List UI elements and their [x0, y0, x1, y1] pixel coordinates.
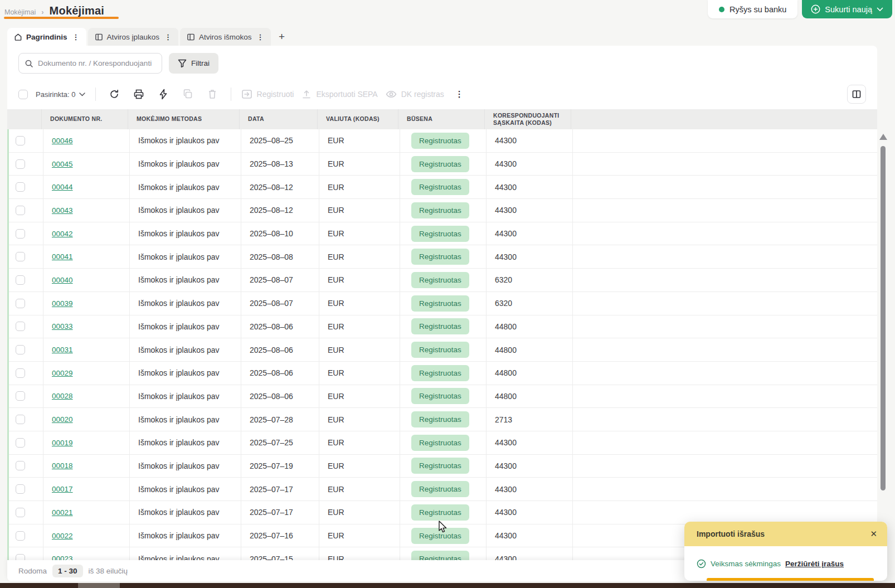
- add-tab-button[interactable]: +: [273, 28, 291, 46]
- search-input[interactable]: [38, 59, 156, 67]
- check-circle-icon: [697, 559, 706, 568]
- row-checkbox[interactable]: [16, 508, 25, 517]
- currency-cell: EUR: [319, 176, 400, 198]
- currency-cell: EUR: [319, 245, 400, 268]
- document-link[interactable]: 00019: [52, 439, 73, 447]
- row-checkbox[interactable]: [16, 554, 25, 560]
- table-row: 00033Išmokos ir įplaukos pav2025–08–06EU…: [9, 315, 877, 339]
- tab-menu-kebab-icon[interactable]: ⋮: [163, 33, 173, 41]
- payment-method-cell: Išmokos ir įplaukos pav: [130, 199, 241, 222]
- document-link[interactable]: 00021: [52, 508, 73, 517]
- document-link[interactable]: 00040: [52, 276, 73, 284]
- status-badge: Registruotas: [411, 435, 469, 451]
- document-link[interactable]: 00018: [52, 461, 73, 470]
- row-checkbox[interactable]: [16, 182, 25, 192]
- toast-title: Importuoti išrašus: [697, 529, 765, 538]
- row-checkbox-cell: [9, 501, 43, 524]
- document-link[interactable]: 00031: [52, 346, 73, 354]
- row-checkbox[interactable]: [16, 531, 25, 541]
- dk-register-button[interactable]: DK registras: [386, 90, 444, 99]
- create-new-button[interactable]: Sukurti naują: [802, 0, 892, 18]
- trash-icon: [207, 89, 217, 100]
- row-checkbox[interactable]: [16, 368, 25, 378]
- vertical-scrollbar[interactable]: [881, 146, 886, 490]
- document-link[interactable]: 00044: [52, 183, 73, 191]
- column-settings-button[interactable]: [847, 85, 866, 104]
- document-nr-cell: 00043: [43, 199, 130, 222]
- document-link[interactable]: 00041: [52, 252, 73, 261]
- document-link[interactable]: 00045: [52, 160, 73, 168]
- bank-connection-button[interactable]: Ryšys su banku: [708, 0, 797, 18]
- document-link[interactable]: 00023: [52, 555, 73, 560]
- row-checkbox[interactable]: [16, 299, 25, 308]
- status-cell: Registruotas: [400, 245, 487, 268]
- row-checkbox[interactable]: [16, 229, 25, 239]
- copy-button[interactable]: [179, 86, 196, 103]
- document-link[interactable]: 00017: [52, 485, 73, 493]
- row-checkbox[interactable]: [16, 159, 25, 169]
- status-cell: Registruotas: [400, 478, 487, 500]
- column-header-corresponding-account[interactable]: KORESPONDUOJANTI SĄSKAITA (KODAS): [485, 109, 571, 129]
- filters-button[interactable]: Filtrai: [169, 53, 218, 74]
- corresponding-account-cell: 44300: [487, 455, 573, 478]
- row-checkbox[interactable]: [16, 461, 25, 470]
- export-sepa-button[interactable]: Eksportuoti SEPA: [301, 89, 377, 99]
- delete-button[interactable]: [204, 86, 221, 103]
- table-row: 00031Išmokos ir įplaukos pav2025–08–06EU…: [9, 338, 877, 362]
- row-checkbox[interactable]: [16, 415, 25, 424]
- row-range-pill[interactable]: 1 - 30: [52, 565, 83, 577]
- row-checkbox[interactable]: [16, 252, 25, 261]
- selected-count-dropdown[interactable]: Pasirinkta: 0: [36, 90, 85, 99]
- toast-header: Importuoti išrašus ✕: [684, 522, 887, 546]
- title-underline: [4, 17, 119, 19]
- column-header-document-nr[interactable]: DOKUMENTO NR.: [42, 109, 128, 129]
- row-checkbox[interactable]: [16, 484, 25, 494]
- document-link[interactable]: 00029: [52, 369, 73, 377]
- search-box: [18, 53, 162, 74]
- document-link[interactable]: 00028: [52, 392, 73, 400]
- column-header-payment-method[interactable]: MOKĖJIMO METODAS: [128, 109, 240, 129]
- row-checkbox[interactable]: [16, 136, 25, 145]
- date-cell: 2025–07–25: [241, 431, 319, 454]
- tab-pagrindinis[interactable]: Pagrindinis ⋮: [7, 28, 86, 46]
- tab-atviros-iplaukos[interactable]: Atviros įplaukos ⋮: [88, 28, 179, 46]
- row-checkbox[interactable]: [16, 275, 25, 285]
- tab-menu-kebab-icon[interactable]: ⋮: [256, 33, 265, 41]
- column-header-currency[interactable]: VALIUTA (KODAS): [318, 109, 398, 129]
- column-header-date[interactable]: DATA: [240, 109, 318, 129]
- document-link[interactable]: 00020: [52, 415, 73, 424]
- scroll-up-arrow[interactable]: [879, 134, 887, 140]
- quick-action-button[interactable]: [155, 86, 172, 103]
- document-nr-cell: 00044: [43, 176, 130, 198]
- document-link[interactable]: 00042: [52, 230, 73, 238]
- close-icon[interactable]: ✕: [870, 529, 877, 539]
- currency-cell: EUR: [319, 269, 400, 291]
- view-records-link[interactable]: Peržiūrėti įrašus: [785, 560, 844, 568]
- document-link[interactable]: 00039: [52, 299, 73, 308]
- document-nr-cell: 00039: [43, 292, 130, 315]
- toolbar-more-kebab-icon[interactable]: ⋮: [452, 89, 467, 99]
- document-link[interactable]: 00022: [52, 532, 73, 540]
- row-checkbox[interactable]: [16, 391, 25, 401]
- row-checkbox[interactable]: [16, 322, 25, 331]
- register-button[interactable]: Registruoti: [241, 89, 294, 99]
- document-nr-cell: 00031: [43, 338, 130, 361]
- document-link[interactable]: 00033: [52, 322, 73, 331]
- tab-menu-kebab-icon[interactable]: ⋮: [71, 33, 81, 41]
- date-cell: 2025–08–06: [241, 362, 319, 385]
- select-all-checkbox[interactable]: [18, 90, 28, 99]
- column-header-status[interactable]: BŪSENA: [398, 109, 485, 129]
- date-cell: 2025–08–06: [241, 315, 319, 338]
- refresh-button[interactable]: [106, 86, 123, 103]
- print-button[interactable]: [130, 86, 147, 103]
- document-nr-cell: 00033: [43, 315, 130, 338]
- table-row: 00018Išmokos ir įplaukos pav2025–07–19EU…: [9, 455, 877, 478]
- document-link[interactable]: 00043: [52, 206, 73, 215]
- breadcrumb-parent[interactable]: Mokėjimai: [4, 8, 36, 16]
- row-checkbox[interactable]: [16, 438, 25, 448]
- row-checkbox[interactable]: [16, 206, 25, 215]
- row-checkbox[interactable]: [16, 345, 25, 354]
- document-link[interactable]: 00046: [52, 137, 73, 145]
- status-badge: Registruotas: [411, 388, 469, 404]
- tab-atviros-ismokos[interactable]: Atviros išmokos ⋮: [180, 28, 271, 46]
